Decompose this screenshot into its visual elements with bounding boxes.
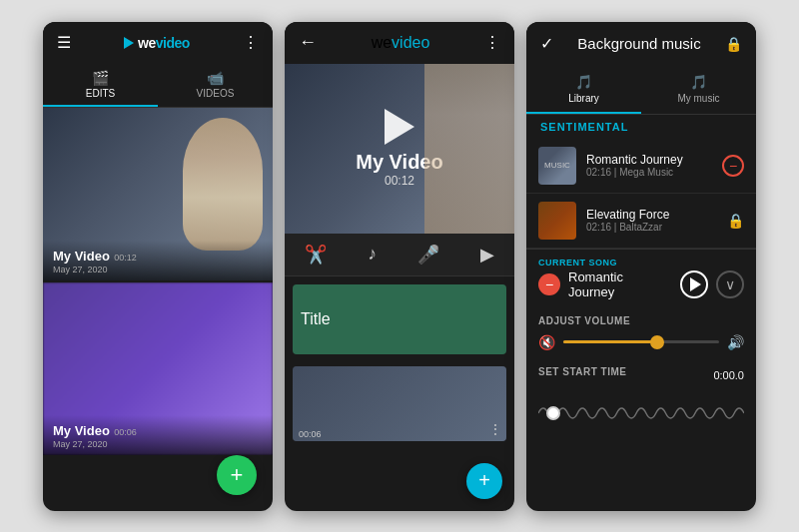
volume-slider[interactable] bbox=[563, 340, 719, 343]
current-song-label: CURRENT SONG bbox=[538, 258, 744, 267]
volume-label: ADJUST VOLUME bbox=[538, 315, 744, 326]
waveform-thumb[interactable] bbox=[546, 406, 560, 420]
start-time-value: 0:00.0 bbox=[713, 369, 744, 381]
logo-play-icon bbox=[124, 37, 134, 49]
mic-tool-icon[interactable]: 🎤 bbox=[417, 244, 439, 266]
track2-artist: BaltaZzar bbox=[619, 222, 662, 233]
export-tool-icon[interactable]: ▶ bbox=[480, 244, 494, 266]
video-card-2[interactable]: My Video 00:06 May 27, 2020 bbox=[43, 282, 273, 457]
tab-videos[interactable]: 📹 VIDEOS bbox=[158, 64, 273, 107]
tab-library[interactable]: 🎵 Library bbox=[526, 66, 641, 114]
vid-dur-val-1: 00:12 bbox=[114, 253, 137, 263]
person-figure-1 bbox=[183, 118, 263, 251]
video-title-2: My Video bbox=[53, 423, 110, 438]
track1-artist: Mega Music bbox=[619, 167, 673, 178]
video-overlay-1: My Video 00:12 May 27, 2020 bbox=[43, 241, 273, 280]
volume-low-icon: 🔇 bbox=[538, 334, 555, 350]
start-time-row: SET START TIME 0:00.0 bbox=[538, 366, 744, 385]
screen1-tabs: 🎬 EDITS 📹 VIDEOS bbox=[43, 64, 273, 108]
video-card-1[interactable]: My Video 00:12 May 27, 2020 bbox=[43, 108, 273, 282]
videos-tab-icon: 📹 bbox=[207, 70, 224, 86]
volume-fill bbox=[563, 340, 657, 343]
tab-edits[interactable]: 🎬 EDITS bbox=[43, 64, 158, 107]
back-arrow-icon[interactable]: ← bbox=[299, 32, 317, 53]
screen-edits: ☰ wevideo ⋮ 🎬 EDITS 📹 VIDEOS bbox=[43, 22, 273, 511]
timeline-track: Title 00:06 ⋮ bbox=[285, 276, 514, 445]
current-song-bar: CURRENT SONG − Romantic Journey ∨ bbox=[526, 249, 756, 307]
waveform-svg bbox=[538, 393, 744, 433]
screen3-title: Background music bbox=[577, 35, 700, 52]
waveform[interactable] bbox=[538, 393, 744, 433]
screen-editor: ← wevideo ⋮ My Video 00:12 ✂️ ♪ 🎤 ▶ Titl… bbox=[285, 22, 514, 511]
cut-tool-icon[interactable]: ✂️ bbox=[305, 244, 327, 266]
more-options-icon-2[interactable]: ⋮ bbox=[484, 33, 500, 52]
screens-container: ☰ wevideo ⋮ 🎬 EDITS 📹 VIDEOS bbox=[0, 0, 799, 532]
preview-person bbox=[424, 64, 514, 234]
start-time-label: SET START TIME bbox=[538, 366, 626, 377]
play-current-button[interactable] bbox=[680, 270, 708, 298]
more-options-icon[interactable]: ⋮ bbox=[243, 33, 259, 52]
logo-text-2: wevideo bbox=[372, 34, 430, 51]
track2-meta: 02:16 | BaltaZzar bbox=[586, 222, 717, 233]
video-preview: My Video 00:12 bbox=[285, 64, 514, 234]
videos-tab-label: VIDEOS bbox=[197, 88, 235, 99]
hamburger-icon[interactable]: ☰ bbox=[57, 33, 71, 52]
track2-name: Elevating Force bbox=[586, 208, 717, 222]
video-list: My Video 00:12 May 27, 2020 My Video 00:… bbox=[43, 108, 273, 457]
volume-high-icon: 🔊 bbox=[727, 334, 744, 350]
logo-text: wevideo bbox=[138, 35, 190, 51]
play-triangle-icon bbox=[690, 277, 701, 291]
library-tab-label: Library bbox=[568, 93, 599, 104]
music-tool-icon[interactable]: ♪ bbox=[368, 244, 377, 266]
music-track-1[interactable]: MUSIC Romantic Journey 02:16 | Mega Musi… bbox=[526, 139, 756, 194]
remove-current-song-button[interactable]: − bbox=[538, 273, 560, 295]
title-clip-label: Title bbox=[301, 310, 331, 328]
volume-thumb[interactable] bbox=[650, 335, 664, 349]
track1-info: Romantic Journey 02:16 | Mega Music bbox=[586, 153, 712, 178]
confirm-icon[interactable]: ✓ bbox=[540, 34, 553, 53]
app-logo-2: wevideo bbox=[372, 34, 430, 52]
edits-tab-label: EDITS bbox=[86, 88, 115, 99]
editor-toolbar: ✂️ ♪ 🎤 ▶ bbox=[285, 234, 514, 276]
video-date-1: May 27, 2020 bbox=[53, 265, 263, 274]
track1-name: Romantic Journey bbox=[586, 153, 712, 167]
volume-section: ADJUST VOLUME 🔇 🔊 bbox=[526, 307, 756, 358]
track2-thumbnail bbox=[538, 202, 576, 240]
screen3-topbar: ✓ Background music 🔒 bbox=[526, 22, 756, 66]
track2-lock-icon: 🔒 bbox=[727, 213, 744, 229]
screen1-topbar: ☰ wevideo ⋮ bbox=[43, 22, 273, 64]
video-title-1: My Video bbox=[53, 249, 110, 264]
start-time-section: SET START TIME 0:00.0 bbox=[526, 358, 756, 441]
clip-time-label: 00:06 bbox=[299, 429, 322, 439]
edits-tab-icon: 🎬 bbox=[92, 70, 109, 86]
track1-meta: 02:16 | Mega Music bbox=[586, 167, 712, 178]
add-clip-fab-button[interactable]: + bbox=[466, 463, 502, 499]
screen-music: ✓ Background music 🔒 🎵 Library 🎵 My musi… bbox=[526, 22, 756, 511]
clip-options-icon[interactable]: ⋮ bbox=[488, 421, 502, 437]
add-fab-button[interactable]: + bbox=[217, 455, 257, 495]
lock-icon[interactable]: 🔒 bbox=[725, 36, 742, 52]
video-clip[interactable]: 00:06 ⋮ bbox=[293, 366, 506, 441]
app-logo: wevideo bbox=[124, 35, 190, 51]
track1-thumbnail: MUSIC bbox=[538, 147, 576, 185]
current-song-name: Romantic Journey bbox=[568, 269, 672, 299]
expand-current-button[interactable]: ∨ bbox=[716, 270, 744, 298]
music-section-label: SENTIMENTAL bbox=[526, 115, 756, 139]
vid-dur-val-2: 00:06 bbox=[114, 427, 137, 437]
video-overlay-2: My Video 00:06 May 27, 2020 bbox=[43, 415, 273, 455]
my-music-tab-icon: 🎵 bbox=[690, 74, 707, 90]
track2-duration: 02:16 bbox=[586, 222, 611, 233]
timeline-area: Title 00:06 ⋮ bbox=[285, 276, 514, 445]
title-clip[interactable]: Title bbox=[293, 284, 506, 354]
play-button-big[interactable] bbox=[385, 109, 414, 145]
remove-track1-button[interactable]: − bbox=[722, 155, 744, 177]
video-date-2: May 27, 2020 bbox=[53, 439, 263, 449]
track1-duration: 02:16 bbox=[586, 167, 611, 178]
screen2-topbar: ← wevideo ⋮ bbox=[285, 22, 514, 64]
clip-thumbnail bbox=[293, 366, 506, 441]
volume-row: 🔇 🔊 bbox=[538, 334, 744, 350]
library-tab-icon: 🎵 bbox=[575, 74, 592, 90]
tab-my-music[interactable]: 🎵 My music bbox=[641, 66, 756, 114]
music-track-2[interactable]: Elevating Force 02:16 | BaltaZzar 🔒 bbox=[526, 194, 756, 249]
current-song-row: − Romantic Journey ∨ bbox=[538, 269, 744, 299]
